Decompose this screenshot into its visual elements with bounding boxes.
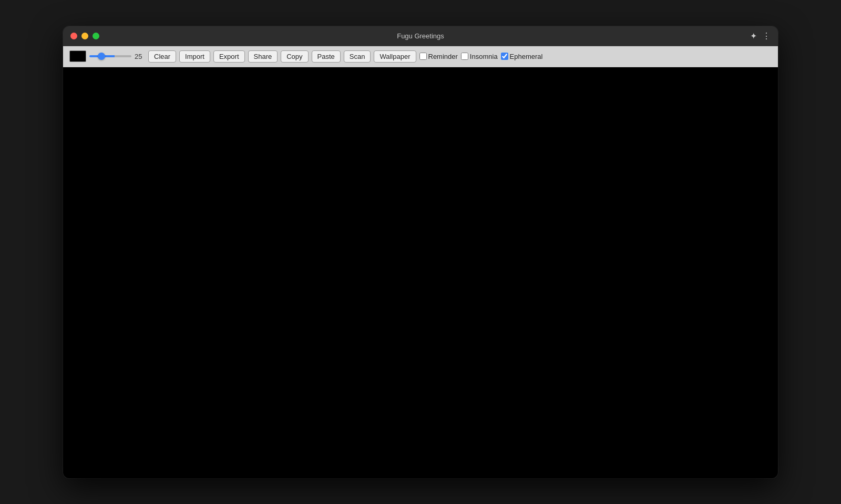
extension-icon[interactable]: ✦	[750, 31, 757, 41]
slider-container: 25	[89, 53, 145, 60]
ephemeral-text: Ephemeral	[510, 53, 543, 60]
traffic-lights	[70, 33, 99, 39]
export-button[interactable]: Export	[213, 50, 245, 63]
app-window: Fugu Greetings ✦ ⋮ 25 Clear Import Expor…	[63, 26, 778, 478]
insomnia-text: Insomnia	[470, 53, 498, 60]
reminder-checkbox[interactable]	[419, 53, 427, 60]
insomnia-checkbox[interactable]	[461, 53, 468, 60]
toolbar: 25 Clear Import Export Share Copy Paste …	[63, 46, 778, 67]
copy-button[interactable]: Copy	[281, 50, 308, 63]
menu-icon[interactable]: ⋮	[762, 31, 771, 41]
titlebar: Fugu Greetings ✦ ⋮	[63, 26, 778, 46]
size-slider[interactable]	[89, 55, 131, 57]
paste-button[interactable]: Paste	[312, 50, 341, 63]
maximize-button[interactable]	[93, 33, 99, 39]
main-canvas[interactable]	[63, 67, 778, 478]
titlebar-actions: ✦ ⋮	[750, 31, 771, 41]
wallpaper-button[interactable]: Wallpaper	[374, 50, 416, 63]
share-button[interactable]: Share	[248, 50, 278, 63]
close-button[interactable]	[70, 33, 77, 39]
slider-value: 25	[135, 53, 145, 60]
reminder-label[interactable]: Reminder	[419, 53, 458, 60]
ephemeral-checkbox[interactable]	[501, 53, 508, 60]
clear-button[interactable]: Clear	[148, 50, 176, 63]
reminder-text: Reminder	[428, 53, 458, 60]
color-swatch[interactable]	[69, 50, 86, 62]
window-title: Fugu Greetings	[397, 32, 444, 40]
insomnia-label[interactable]: Insomnia	[461, 53, 498, 60]
scan-button[interactable]: Scan	[344, 50, 371, 63]
ephemeral-label[interactable]: Ephemeral	[501, 53, 543, 60]
import-button[interactable]: Import	[179, 50, 210, 63]
minimize-button[interactable]	[81, 33, 88, 39]
